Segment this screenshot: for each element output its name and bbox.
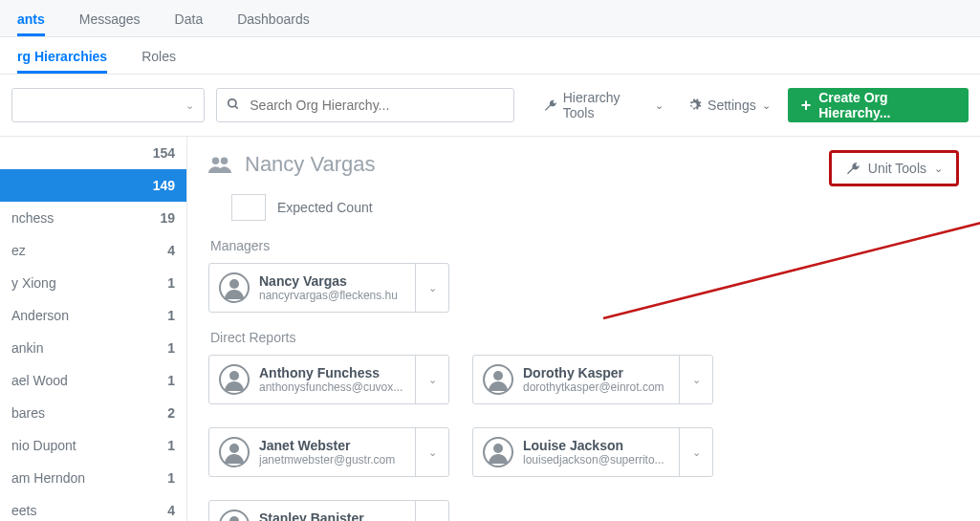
person-card[interactable]: Anthony Funchessanthonysfunchess@cuvox..…	[208, 355, 449, 404]
sidebar-item-label: ankin	[11, 340, 43, 356]
person-card[interactable]: Stanley Banisterstanleygbanister@rhyta.c…	[208, 500, 449, 521]
chevron-down-icon: ⌄	[655, 99, 664, 112]
managers-heading: Managers	[210, 238, 959, 253]
tab-messages[interactable]: Messages	[79, 11, 141, 36]
sidebar-item-count: 1	[167, 470, 175, 486]
sub-nav: rg Hierarchies Roles	[0, 37, 980, 75]
person-card[interactable]: Louise Jacksonlouisedjackson@superrito..…	[472, 427, 713, 477]
person-card-menu[interactable]: ⌄	[679, 356, 712, 403]
chevron-down-icon: ⌄	[428, 446, 437, 459]
svg-point-12	[229, 444, 239, 453]
search-icon	[227, 98, 240, 114]
person-card-menu[interactable]: ⌄	[415, 428, 448, 476]
chevron-down-icon: ⌄	[692, 374, 701, 386]
search-input-wrapper[interactable]	[216, 88, 513, 122]
sidebar-item[interactable]: nio Dupont1	[0, 429, 186, 462]
sidebar-item[interactable]: eets4	[0, 494, 186, 521]
person-card-menu[interactable]: ⌄	[415, 501, 448, 521]
person-name: Janet Webster	[259, 438, 395, 453]
settings-button[interactable]: Settings ⌄	[681, 89, 776, 121]
unit-tools-label: Unit Tools	[868, 161, 926, 176]
expected-count-input[interactable]	[231, 194, 266, 221]
sidebar-item[interactable]: 149	[0, 169, 186, 202]
chevron-down-icon: ⌄	[692, 446, 701, 459]
person-email: dorothytkasper@einrot.com	[523, 380, 664, 394]
sidebar-item-count: 4	[167, 503, 175, 518]
search-input[interactable]	[248, 97, 503, 114]
hierarchy-select[interactable]: ⌄	[11, 88, 205, 122]
create-org-hierarchy-button[interactable]: + Create Org Hierarchy...	[788, 88, 969, 122]
person-name: Dorothy Kasper	[523, 365, 664, 380]
svg-point-0	[229, 98, 236, 106]
sidebar-item-label: nio Dupont	[11, 438, 76, 453]
sidebar-item-label: y Xiong	[11, 275, 56, 291]
chevron-down-icon: ⌄	[185, 99, 194, 112]
person-email: janetmwebster@gustr.com	[259, 453, 395, 467]
svg-point-8	[229, 371, 239, 380]
svg-point-2	[212, 158, 220, 165]
sidebar-item-label: ael Wood	[11, 373, 68, 388]
sidebar-item[interactable]: am Herndon1	[0, 462, 186, 494]
person-card-menu[interactable]: ⌄	[415, 264, 448, 312]
hierarchy-tools-label: Hierarchy Tools	[563, 90, 649, 120]
person-card[interactable]: Nancy Vargasnancyrvargas@fleckens.hu⌄	[208, 263, 449, 313]
person-email: louisedjackson@superrito...	[523, 453, 664, 467]
avatar-icon	[219, 272, 250, 303]
hierarchy-tools-button[interactable]: Hierarchy Tools ⌄	[537, 89, 669, 121]
person-name: Nancy Vargas	[259, 273, 398, 289]
subtab-org-hierarchies[interactable]: rg Hierarchies	[17, 49, 107, 74]
person-card[interactable]: Janet Websterjanetmwebster@gustr.com⌄	[208, 427, 449, 477]
plus-icon: +	[801, 96, 812, 116]
tab-data[interactable]: Data	[175, 11, 204, 36]
wrench-icon	[543, 98, 557, 113]
sidebar-item-label: nchess	[11, 210, 54, 226]
sidebar-item[interactable]: bares2	[0, 397, 186, 429]
sidebar-item[interactable]: ankin1	[0, 332, 186, 364]
person-card-menu[interactable]: ⌄	[415, 356, 448, 403]
svg-line-1	[235, 105, 238, 108]
person-card[interactable]: Dorothy Kasperdorothytkasper@einrot.com⌄	[472, 355, 713, 404]
expected-count-label: Expected Count	[277, 200, 373, 215]
person-email: anthonysfunchess@cuvox...	[259, 380, 403, 394]
sidebar-item[interactable]: ael Wood1	[0, 364, 186, 397]
tab-dashboards[interactable]: Dashboards	[237, 11, 310, 36]
chevron-down-icon: ⌄	[934, 163, 943, 175]
page-title: Nancy Vargas	[245, 152, 376, 177]
avatar-icon	[483, 437, 513, 467]
sidebar-item-count: 1	[167, 308, 175, 323]
person-card-menu[interactable]: ⌄	[679, 428, 712, 476]
chevron-down-icon: ⌄	[428, 374, 437, 386]
sidebar-item-count: 1	[167, 373, 175, 388]
expected-count-row: Expected Count	[231, 194, 959, 221]
detail-pane: Nancy Vargas Unit Tools ⌄ Expected Count…	[187, 137, 980, 521]
gear-icon	[686, 98, 702, 113]
sidebar-item[interactable]: ez4	[0, 234, 186, 267]
top-nav: ants Messages Data Dashboards	[0, 0, 980, 37]
direct-reports-heading: Direct Reports	[210, 330, 959, 345]
sidebar: 154149nchess19ez4y Xiong1Anderson1ankin1…	[0, 137, 187, 521]
sidebar-item[interactable]: Anderson1	[0, 299, 186, 332]
people-icon	[208, 155, 231, 174]
person-name: Louise Jackson	[523, 438, 664, 453]
settings-label: Settings	[708, 98, 756, 113]
person-email: nancyrvargas@fleckens.hu	[259, 289, 398, 302]
tab-ants[interactable]: ants	[17, 11, 45, 36]
unit-tools-button[interactable]: Unit Tools ⌄	[829, 150, 959, 186]
sidebar-item-count: 1	[167, 275, 175, 291]
sidebar-item[interactable]: nchess19	[0, 202, 186, 234]
subtab-roles[interactable]: Roles	[142, 49, 176, 74]
sidebar-item[interactable]: y Xiong1	[0, 267, 186, 299]
create-label: Create Org Hierarchy...	[818, 90, 955, 120]
svg-point-3	[221, 158, 229, 165]
sidebar-item[interactable]: 154	[0, 137, 186, 169]
sidebar-item-count: 149	[153, 178, 175, 193]
person-name: Stanley Banister	[259, 510, 404, 521]
sidebar-item-count: 19	[160, 210, 175, 226]
toolbar: ⌄ Hierarchy Tools ⌄ Settings ⌄ + Create …	[0, 75, 980, 137]
sidebar-item-count: 1	[167, 340, 175, 356]
avatar-icon	[219, 510, 250, 521]
sidebar-item-count: 1	[167, 438, 175, 453]
sidebar-item-label: Anderson	[11, 308, 69, 323]
svg-point-14	[493, 444, 503, 453]
sidebar-item-count: 4	[167, 243, 175, 258]
